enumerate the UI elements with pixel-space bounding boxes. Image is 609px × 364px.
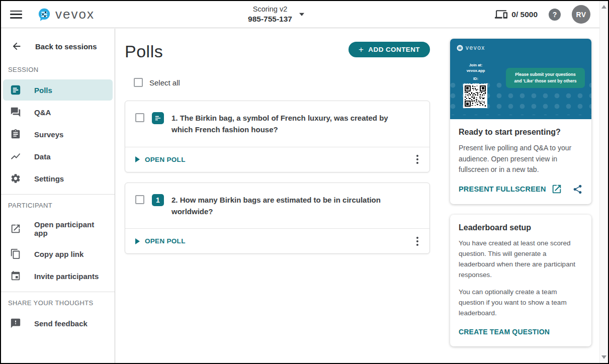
present-card: vevox Join at: vevox.app ID: 985-755-137 xyxy=(450,39,591,204)
vertical-scrollbar[interactable] xyxy=(599,1,608,363)
sidebar-item-polls[interactable]: Polls xyxy=(3,79,113,101)
leaderboard-card: Leaderboard setup You have created at le… xyxy=(450,215,591,346)
sidebar: Back to sessions SESSION Polls Q&A Surve… xyxy=(1,29,115,363)
sidebar-item-open-participant-app[interactable]: Open participant app xyxy=(3,215,113,242)
open-external-icon xyxy=(10,223,21,234)
session-id: 985-755-137 xyxy=(248,14,292,25)
devices-icon xyxy=(495,8,507,21)
share-icon[interactable] xyxy=(572,184,583,195)
qa-chat-icon xyxy=(10,107,21,118)
scroll-up-arrow-icon[interactable] xyxy=(601,5,606,9)
preview-vevox-logo: vevox xyxy=(457,44,485,51)
arrow-left-icon xyxy=(11,41,22,52)
sidebar-item-qa[interactable]: Q&A xyxy=(3,102,113,123)
select-all-checkbox[interactable] xyxy=(134,78,143,87)
right-panel: vevox Join at: vevox.app ID: 985-755-137 xyxy=(450,39,591,346)
copy-icon xyxy=(10,248,21,259)
poll-1-checkbox[interactable] xyxy=(135,113,144,122)
participant-count-label: 0/ 5000 xyxy=(511,10,538,19)
play-icon xyxy=(135,156,140,162)
sidebar-item-copy-app-link[interactable]: Copy app link xyxy=(3,243,113,264)
vevox-logo: vevox xyxy=(37,7,95,22)
present-title: Ready to start presenting? xyxy=(459,128,583,137)
feedback-icon xyxy=(10,318,21,329)
surveys-clipboard-icon xyxy=(10,129,21,140)
qr-code xyxy=(463,84,487,108)
poll-card-1: 1. The Birkin bag, a symbol of French lu… xyxy=(125,101,430,172)
open-poll-1-button[interactable]: OPEN POLL xyxy=(135,156,186,163)
qa-banner: Please submit your questions and 'Like' … xyxy=(506,68,585,88)
section-header-participant: PARTICIPANT xyxy=(1,196,115,214)
poll-1-question: 1. The Birkin bag, a symbol of French lu… xyxy=(171,112,421,136)
poll-2-checkbox[interactable] xyxy=(135,195,144,204)
back-to-sessions[interactable]: Back to sessions xyxy=(1,34,115,60)
hamburger-menu-icon[interactable] xyxy=(10,11,22,19)
kebab-menu-icon[interactable] xyxy=(412,152,422,167)
help-button[interactable]: ? xyxy=(549,9,561,21)
create-team-question-link[interactable]: CREATE TEAM QUESTION xyxy=(459,328,550,336)
participant-counter: 0/ 5000 xyxy=(495,8,538,21)
sidebar-item-data[interactable]: Data xyxy=(3,146,113,167)
select-all-row: Select all xyxy=(134,78,441,87)
kebab-menu-icon[interactable] xyxy=(412,234,422,249)
chevron-down-icon xyxy=(299,13,304,16)
open-in-new-tab-icon[interactable] xyxy=(551,184,562,195)
session-switcher[interactable]: Scoring v2 985-755-137 xyxy=(248,4,304,24)
polls-main: Polls + ADD CONTENT Select all 1. The Bi… xyxy=(116,29,441,363)
numeric-poll-icon: 1 xyxy=(152,194,164,206)
sidebar-item-invite-participants[interactable]: Invite participants xyxy=(3,265,113,287)
section-header-feedback: SHARE YOUR THOUGHTS xyxy=(1,293,115,312)
scroll-down-arrow-icon[interactable] xyxy=(601,355,606,359)
section-header-session: SESSION xyxy=(1,60,115,78)
present-fullscreen-link[interactable]: PRESENT FULLSCREEN xyxy=(459,185,546,193)
poll-card-2: 1 2. How many Birkin bags are estimated … xyxy=(125,183,430,254)
sidebar-item-settings[interactable]: Settings xyxy=(3,168,113,189)
sidebar-item-surveys[interactable]: Surveys xyxy=(3,124,113,145)
plus-icon: + xyxy=(359,45,364,55)
avatar[interactable]: RV xyxy=(572,5,590,24)
leaderboard-description-1: You have created at least one scored que… xyxy=(459,238,583,281)
leaderboard-title: Leaderboard setup xyxy=(459,223,583,232)
gear-icon xyxy=(10,173,21,184)
present-preview-thumbnail[interactable]: vevox Join at: vevox.app ID: 985-755-137 xyxy=(450,39,591,119)
topbar: vevox Scoring v2 985-755-137 0/ 5000 ? R… xyxy=(1,1,599,28)
leaderboard-description-2: You can optionally create a team questio… xyxy=(459,287,583,319)
sidebar-item-send-feedback[interactable]: Send feedback xyxy=(3,313,113,334)
divider xyxy=(1,194,115,195)
calendar-icon xyxy=(10,270,21,282)
multichoice-poll-icon xyxy=(152,112,164,124)
data-chart-icon xyxy=(10,151,21,162)
select-all-label: Select all xyxy=(149,78,180,87)
page-title: Polls xyxy=(125,42,163,61)
add-content-button[interactable]: + ADD CONTENT xyxy=(349,42,430,57)
play-icon xyxy=(135,238,140,244)
present-description: Present live polling and Q&A to your aud… xyxy=(459,143,583,175)
divider xyxy=(1,292,115,292)
question-mark-icon: ? xyxy=(553,11,557,19)
vevox-wordmark: vevox xyxy=(55,7,95,22)
polls-icon xyxy=(10,84,21,96)
vevox-logo-icon xyxy=(37,8,51,22)
poll-2-question: 2. How many Birkin bags are estimated to… xyxy=(171,194,421,218)
session-name: Scoring v2 xyxy=(248,4,292,14)
open-poll-2-button[interactable]: OPEN POLL xyxy=(135,237,186,245)
